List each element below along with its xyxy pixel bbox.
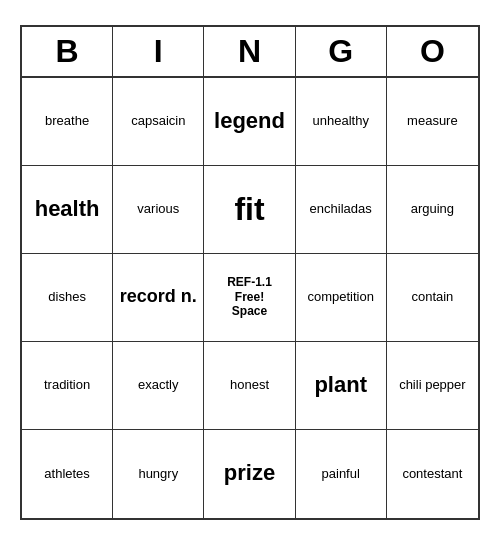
bingo-cell: REF-1.1 Free! Space — [204, 254, 295, 342]
bingo-cell: various — [113, 166, 204, 254]
bingo-cell: prize — [204, 430, 295, 518]
bingo-cell: breathe — [22, 78, 113, 166]
bingo-cell: capsaicin — [113, 78, 204, 166]
bingo-cell: plant — [296, 342, 387, 430]
bingo-card: BINGO breathecapsaicinlegendunhealthymea… — [20, 25, 480, 520]
bingo-cell: contestant — [387, 430, 478, 518]
bingo-cell: record n. — [113, 254, 204, 342]
bingo-cell: legend — [204, 78, 295, 166]
header-letter: N — [204, 27, 295, 76]
bingo-cell: measure — [387, 78, 478, 166]
bingo-grid: breathecapsaicinlegendunhealthymeasurehe… — [22, 78, 478, 518]
header-letter: O — [387, 27, 478, 76]
bingo-header: BINGO — [22, 27, 478, 78]
bingo-cell: fit — [204, 166, 295, 254]
bingo-cell: honest — [204, 342, 295, 430]
bingo-cell: health — [22, 166, 113, 254]
bingo-cell: competition — [296, 254, 387, 342]
bingo-cell: arguing — [387, 166, 478, 254]
bingo-cell: contain — [387, 254, 478, 342]
bingo-cell: unhealthy — [296, 78, 387, 166]
bingo-cell: painful — [296, 430, 387, 518]
bingo-cell: chili pepper — [387, 342, 478, 430]
bingo-cell: tradition — [22, 342, 113, 430]
bingo-cell: hungry — [113, 430, 204, 518]
header-letter: G — [296, 27, 387, 76]
bingo-cell: exactly — [113, 342, 204, 430]
header-letter: B — [22, 27, 113, 76]
bingo-cell: athletes — [22, 430, 113, 518]
bingo-cell: dishes — [22, 254, 113, 342]
bingo-cell: enchiladas — [296, 166, 387, 254]
header-letter: I — [113, 27, 204, 76]
